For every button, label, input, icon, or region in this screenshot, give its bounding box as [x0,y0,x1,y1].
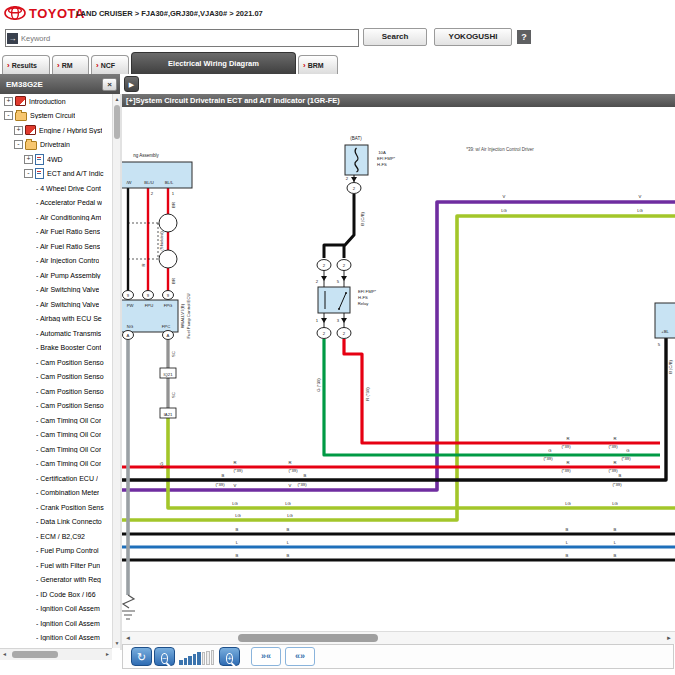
tree-item[interactable]: - Brake Booster Cont [0,341,112,356]
scroll-right-icon[interactable]: ► [105,651,110,657]
tree-item-label: Introduction [29,98,66,105]
tree-item[interactable]: - Cam Timing Oil Cor [0,413,112,428]
page-forward-button[interactable]: «» [285,647,315,666]
tree-item[interactable]: - Certification ECU / [0,471,112,486]
document-tab[interactable]: EM38G2E × [0,74,120,94]
tree-item[interactable]: - Data Link Connecto [0,515,112,530]
tree-item[interactable]: - Cam Timing Oil Cor [0,428,112,443]
folder-icon [15,112,27,121]
refresh-button[interactable]: ↻ [131,647,152,666]
tab-brm[interactable]: ›BRM [298,55,338,74]
tree-item[interactable]: - Air Pump Assembly [0,268,112,283]
tree-item[interactable]: - Air Switching Valve [0,297,112,312]
page-icon [35,154,44,165]
tree-item-label: - Cam Timing Oil Cor [36,446,101,453]
tree-item[interactable]: - Cam Position Senso [0,355,112,370]
diagram-title: [+]System Circuit Drivetrain ECT and A/T… [122,94,675,107]
tree-item[interactable]: - Combination Meter [0,486,112,501]
zoom-in-button[interactable]: + [219,647,240,666]
tree-item-label: - Air Injection Contro [36,257,99,264]
go-arrow-icon[interactable]: → [7,33,18,44]
system-tree: +Introduction-System Circuit+Engine / Hy… [0,94,112,650]
tree-item[interactable]: - Cam Timing Oil Cor [0,442,112,457]
tab-label: RM [62,62,73,69]
tree-item[interactable]: - Ignition Coil Assem [0,616,112,631]
tree-item[interactable]: - Air Fuel Ratio Sens [0,225,112,240]
sidebar-hscroll-thumb[interactable] [12,651,58,658]
keyword-input[interactable] [18,34,358,43]
tree-item-label: - Generator with Reg [36,576,101,583]
tree-expander-icon[interactable]: - [24,169,33,178]
tree-item[interactable]: - ECM / B2,C92 [0,529,112,544]
tree-item[interactable]: - Air Switching Valve [0,283,112,298]
tree-item[interactable]: - Accelerator Pedal w [0,196,112,211]
tree-item[interactable]: - ID Code Box / I66 [0,587,112,602]
tree-item-label: - Air Switching Valve [36,286,99,293]
tab-rm[interactable]: ›RM [52,55,89,74]
tree-expander-icon[interactable]: - [14,140,23,149]
zoom-out-button[interactable]: − [154,647,175,666]
folder-icon [25,141,37,150]
tree-item[interactable]: -ECT and A/T Indic [0,167,112,182]
tree-item[interactable]: +4WD [0,152,112,167]
tree-item-label: - Accelerator Pedal w [36,199,102,206]
tree-item[interactable]: - Ignition Coil Assem [0,602,112,617]
tab-label: BRM [308,62,324,69]
tree-item[interactable]: +Engine / Hybrid Syst [0,123,112,138]
tree-item[interactable]: - Crank Position Sens [0,500,112,515]
expand-panel-button[interactable]: ▶ [124,76,139,92]
tree-item[interactable]: -Drivetrain [0,138,112,153]
scroll-right-icon[interactable]: ► [666,635,672,641]
tree-item-label: Engine / Hybrid Syst [39,127,102,134]
tree-expander-icon[interactable]: + [4,97,13,106]
tree-item[interactable]: - Fuel Pump Control [0,544,112,559]
tab-results[interactable]: ›Results [2,55,50,74]
tree-item-label: Drivetrain [40,141,70,148]
tree-item-label: - Fuel Pump Control [36,547,99,554]
tab-arrow-icon: › [303,61,306,70]
tree-item[interactable]: - Cam Position Senso [0,384,112,399]
tree-item[interactable]: - Generator with Reg [0,573,112,588]
book-icon [15,96,26,106]
tree-item-label: 4WD [47,156,63,163]
page-back-button[interactable]: »« [251,647,281,666]
tree-item[interactable]: - Air Injection Contro [0,254,112,269]
help-button[interactable]: ? [517,30,531,44]
zoom-level-bars[interactable] [179,650,214,665]
tree-expander-icon[interactable]: + [14,126,23,135]
tree-item-label: - Ignition Coil Assem [36,620,100,627]
tab-electrical-wiring-diagram[interactable]: Electrical Wiring Diagram [131,52,296,74]
tree-item[interactable]: - Cam Position Senso [0,399,112,414]
tree-item[interactable]: - Fuel with Filter Pun [0,558,112,573]
tree-expander-icon[interactable]: - [4,111,13,120]
tree-item[interactable]: - Air Fuel Ratio Sens [0,239,112,254]
yokogushi-button[interactable]: YOKOGUSHI [434,28,512,46]
tree-item[interactable]: - Cam Position Senso [0,370,112,385]
tree-item[interactable]: - Automatic Transmis [0,326,112,341]
tree-item[interactable]: - 4 Wheel Drive Cont [0,181,112,196]
scroll-left-icon[interactable]: ◄ [2,651,7,657]
wiring-diagram-canvas[interactable]: (BAT)10AEFI FMP*H-FS22B (C/B)2225EFI FMP… [122,107,675,628]
diagram-hscroll-thumb[interactable] [238,634,378,642]
search-button[interactable]: Search [363,28,427,46]
tree-expander-icon[interactable]: + [24,155,33,164]
tree-item[interactable]: -System Circuit [0,109,112,124]
tree-item-label: - Cam Timing Oil Cor [36,460,101,467]
diagram-hscrollbar[interactable]: ◄ ► [122,631,675,644]
tree-item-label: - Air Conditioning Am [36,214,101,221]
tab-ncf[interactable]: ›NCF [91,55,129,74]
tab-label: NCF [101,62,115,69]
tree-item-label: - Crank Position Sens [36,504,104,511]
tree-item-label: - Automatic Transmis [36,330,101,337]
tree-item[interactable]: - Airbag with ECU Se [0,312,112,327]
tree-item[interactable]: - Air Conditioning Am [0,210,112,225]
scroll-left-icon[interactable]: ◄ [125,635,131,641]
tab-arrow-icon: › [7,61,10,70]
app-window: TOYOTA LAND CRUISER > FJA30#,GRJ30#,VJA3… [0,0,675,675]
tree-item[interactable]: - Ignition Coil Assem [0,631,112,646]
tree-item[interactable]: - Cam Timing Oil Cor [0,457,112,472]
tree-item-label: - 4 Wheel Drive Cont [36,185,101,192]
sidebar-hscrollbar[interactable]: ◄ ► [0,648,112,660]
tree-item[interactable]: +Introduction [0,94,112,109]
close-icon[interactable]: × [102,78,117,91]
